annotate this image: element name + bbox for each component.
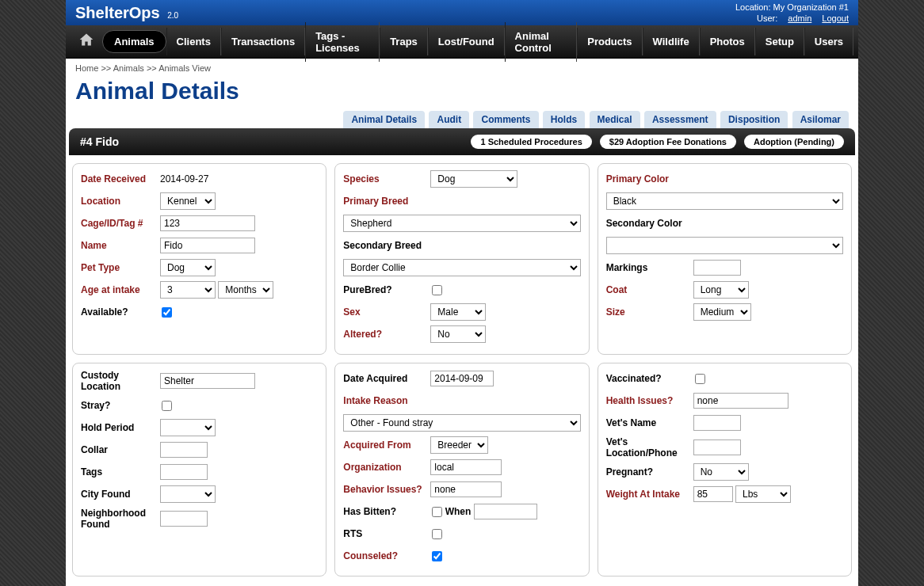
age-unit-select[interactable]: Months: [218, 281, 273, 299]
panel-custody: Custody Location Stray? Hold Period Coll…: [72, 363, 326, 576]
secondary-breed-select[interactable]: Border Collie: [343, 259, 580, 276]
menu-traps[interactable]: Traps: [380, 28, 428, 55]
menu-transactions[interactable]: Transactions: [221, 28, 305, 55]
weight-unit-select[interactable]: Lbs: [735, 485, 791, 503]
pregnant-label: Pregnant?: [606, 466, 693, 478]
pill-adoption-fee[interactable]: $29 Adoption Fee Donations: [600, 135, 736, 149]
behavior-label: Behavior Issues?: [343, 484, 430, 495]
tab-asilomar[interactable]: Asilomar: [792, 111, 849, 128]
organization-label: Organization: [343, 462, 430, 473]
counseled-checkbox[interactable]: [432, 551, 442, 561]
menu-wildlife[interactable]: Wildlife: [643, 28, 700, 55]
menu-products[interactable]: Products: [577, 28, 642, 55]
name-input[interactable]: [160, 238, 255, 253]
pregnant-select[interactable]: No: [693, 463, 749, 481]
vet-name-input[interactable]: [693, 415, 741, 431]
primary-color-select[interactable]: Black: [606, 192, 843, 210]
pill-scheduled-procedures[interactable]: 1 Scheduled Procedures: [471, 135, 591, 149]
vet-location-input[interactable]: [693, 440, 741, 455]
crumb-animals-view[interactable]: Animals View: [158, 63, 211, 73]
menu-lost-found[interactable]: Lost/Found: [428, 28, 505, 55]
date-received-value: 2014-09-27: [160, 173, 208, 185]
vet-name-label: Vet's Name: [606, 417, 693, 428]
home-icon[interactable]: [71, 32, 102, 51]
behavior-input[interactable]: [430, 481, 502, 497]
pill-adoption-pending[interactable]: Adoption (Pending): [744, 135, 844, 149]
primary-breed-select[interactable]: Shepherd: [343, 215, 580, 232]
custody-input[interactable]: [160, 373, 255, 389]
location-select[interactable]: Kennel: [160, 192, 216, 210]
secondary-color-label: Secondary Color: [606, 218, 843, 229]
vet-location-label: Vet's Location/Phone: [606, 436, 693, 459]
markings-input[interactable]: [693, 260, 741, 276]
record-header: #4 Fido 1 Scheduled Procedures $29 Adopt…: [69, 128, 855, 155]
vaccinated-label: Vaccinated?: [606, 373, 693, 384]
tab-animal-details[interactable]: Animal Details: [343, 111, 425, 128]
date-acquired-input[interactable]: [430, 371, 494, 386]
panel-health: Vaccinated? Health Issues? Vet's Name Ve…: [598, 363, 852, 576]
size-select[interactable]: Medium: [693, 303, 751, 321]
top-bar: ShelterOps 2.0 Location: My Organization…: [66, 0, 858, 25]
tab-comments[interactable]: Comments: [473, 111, 538, 128]
bitten-checkbox[interactable]: [432, 507, 442, 517]
menu-animals[interactable]: Animals: [102, 30, 166, 53]
altered-label: Altered?: [343, 329, 430, 340]
primary-breed-label: Primary Breed: [343, 196, 580, 207]
user-label: User:: [757, 13, 777, 23]
available-label: Available?: [81, 306, 160, 318]
menu-animal-control[interactable]: Animal Control: [505, 22, 578, 62]
altered-select[interactable]: No: [430, 325, 486, 343]
menu-tags-licenses[interactable]: Tags - Licenses: [305, 22, 380, 62]
organization-input[interactable]: [430, 459, 502, 475]
neighborhood-input[interactable]: [160, 511, 208, 527]
hold-select[interactable]: [160, 419, 216, 436]
breadcrumb: Home >> Animals >> Animals View: [66, 59, 858, 78]
purebred-checkbox[interactable]: [432, 285, 442, 295]
location-label: Location:: [735, 2, 771, 12]
stray-label: Stray?: [81, 400, 160, 411]
custody-label: Custody Location: [81, 370, 160, 392]
user-link[interactable]: admin: [788, 13, 811, 23]
cage-input[interactable]: [160, 215, 255, 231]
menu-clients[interactable]: Clients: [166, 28, 221, 55]
health-issues-input[interactable]: [693, 393, 788, 409]
rts-checkbox[interactable]: [432, 529, 442, 539]
acquired-from-select[interactable]: Breeder: [430, 436, 488, 454]
sex-select[interactable]: Male: [430, 303, 486, 321]
crumb-animals[interactable]: Animals: [113, 63, 144, 73]
coat-select[interactable]: Long: [693, 281, 749, 299]
tab-assessment[interactable]: Assessment: [644, 111, 716, 128]
acquired-from-label: Acquired From: [343, 440, 430, 451]
primary-color-label: Primary Color: [606, 173, 843, 185]
vaccinated-checkbox[interactable]: [695, 374, 705, 384]
secondary-color-select[interactable]: [606, 237, 843, 254]
date-acquired-label: Date Acquired: [343, 373, 430, 384]
tab-medical[interactable]: Medical: [590, 111, 640, 128]
logout-link[interactable]: Logout: [822, 13, 849, 23]
tab-holds[interactable]: Holds: [543, 111, 585, 128]
species-select[interactable]: Dog: [430, 170, 517, 188]
menu-photos[interactable]: Photos: [700, 28, 755, 55]
when-label: When: [445, 506, 472, 517]
available-checkbox[interactable]: [162, 307, 172, 318]
tab-disposition[interactable]: Disposition: [720, 111, 788, 128]
city-select[interactable]: [160, 485, 216, 503]
tags-input[interactable]: [160, 464, 208, 480]
stray-checkbox[interactable]: [162, 401, 172, 411]
collar-label: Collar: [81, 444, 160, 455]
version-text: 2.0: [167, 11, 178, 20]
collar-input[interactable]: [160, 442, 208, 458]
weight-input[interactable]: [693, 486, 733, 502]
main-menu: Animals Clients Transactions Tags - Lice…: [66, 25, 858, 59]
pet-type-select[interactable]: Dog: [160, 259, 216, 276]
crumb-home[interactable]: Home: [75, 63, 98, 73]
menu-users[interactable]: Users: [804, 28, 853, 55]
when-input[interactable]: [474, 504, 537, 519]
hold-label: Hold Period: [81, 422, 160, 433]
age-value-select[interactable]: 3: [160, 281, 216, 299]
size-label: Size: [606, 306, 693, 318]
record-title: #4 Fido: [80, 135, 119, 148]
menu-setup[interactable]: Setup: [755, 28, 804, 55]
intake-reason-select[interactable]: Other - Found stray: [343, 414, 580, 432]
tab-audit[interactable]: Audit: [429, 111, 469, 128]
